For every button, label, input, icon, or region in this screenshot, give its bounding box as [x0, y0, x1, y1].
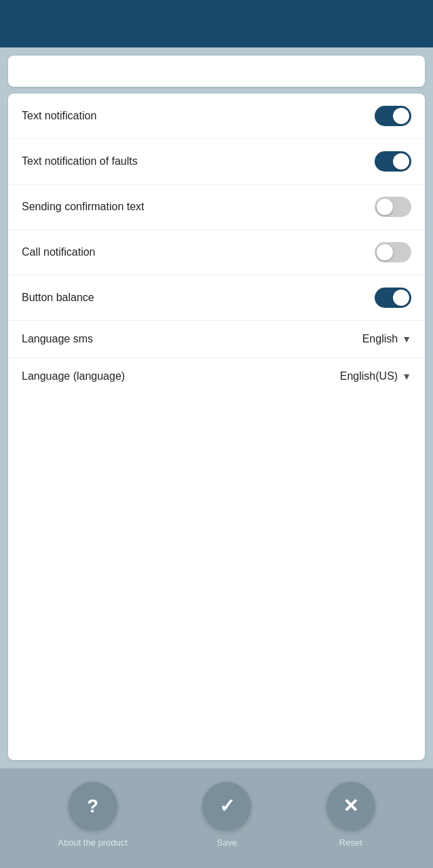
setting-row-language_sms: Language smsEnglish▼: [8, 321, 425, 358]
save-icon: ✓: [219, 797, 235, 816]
setting-label-text_notification: Text notification: [22, 110, 96, 122]
bottom-btn-label-reset: Reset: [339, 837, 362, 848]
bottom-bar: ?About the product✓Save✕Reset: [0, 768, 433, 868]
setting-row-call_notification: Call notification: [8, 230, 425, 275]
bottom-btn-save[interactable]: ✓Save: [202, 782, 251, 848]
bottom-btn-about[interactable]: ?About the product: [58, 782, 128, 848]
setting-label-button_balance: Button balance: [22, 292, 94, 304]
toggle-button_balance[interactable]: [375, 288, 411, 308]
dropdown-language_sms[interactable]: English▼: [362, 333, 411, 345]
about-icon: ?: [87, 797, 98, 816]
setting-row-sending_confirmation_text: Sending confirmation text: [8, 184, 425, 230]
bottom-btn-circle-save: ✓: [202, 782, 251, 831]
setting-label-sending_confirmation_text: Sending confirmation text: [22, 201, 145, 213]
setting-label-language_language: Language (language): [22, 370, 125, 382]
toggle-text_notification_faults[interactable]: [375, 151, 411, 172]
setting-row-text_notification_faults: Text notification of faults: [8, 139, 425, 184]
chevron-down-icon: ▼: [402, 371, 411, 382]
toggle-call_notification[interactable]: [375, 242, 411, 262]
setting-label-text_notification_faults: Text notification of faults: [22, 155, 138, 167]
bottom-btn-label-save: Save: [216, 837, 237, 848]
bottom-btn-circle-about: ?: [69, 782, 117, 831]
toggle-sending_confirmation_text[interactable]: [375, 197, 411, 217]
chevron-down-icon: ▼: [402, 334, 411, 344]
toggle-text_notification[interactable]: [375, 106, 411, 126]
back-button[interactable]: [14, 21, 24, 26]
bottom-btn-label-about: About the product: [58, 837, 128, 848]
dropdown-language_language[interactable]: English(US)▼: [340, 370, 411, 382]
setting-label-call_notification: Call notification: [22, 246, 96, 258]
main-area: Text notificationText notification of fa…: [0, 47, 433, 768]
header: [0, 0, 433, 47]
reset-icon: ✕: [343, 797, 358, 816]
bottom-btn-reset[interactable]: ✕Reset: [326, 782, 375, 848]
product-card: [8, 56, 425, 87]
setting-row-language_language: Language (language)English(US)▼: [8, 358, 425, 395]
dropdown-value-language_sms: English: [362, 333, 398, 345]
setting-row-button_balance: Button balance: [8, 275, 425, 321]
setting-label-language_sms: Language sms: [22, 333, 93, 345]
settings-card: Text notificationText notification of fa…: [8, 94, 425, 760]
setting-row-text_notification: Text notification: [8, 94, 425, 139]
dropdown-value-language_language: English(US): [340, 370, 398, 382]
bottom-btn-circle-reset: ✕: [326, 782, 375, 831]
